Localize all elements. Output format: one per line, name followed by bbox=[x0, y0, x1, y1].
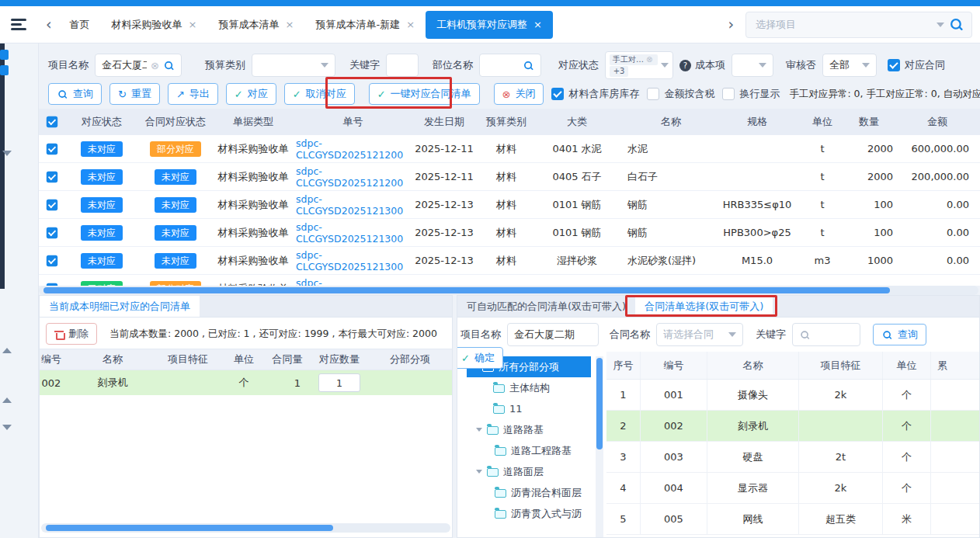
scrollbar-thumb[interactable] bbox=[46, 525, 333, 531]
tree-item[interactable]: 11 bbox=[467, 398, 591, 419]
row-checkbox[interactable] bbox=[47, 143, 57, 154]
cell-name: 刻录机 bbox=[707, 411, 799, 441]
doc-no-link[interactable]: sdpc-CLCGYSD2025121300 bbox=[294, 191, 410, 218]
tree-vscrollbar[interactable] bbox=[596, 356, 603, 537]
tab-budget-match-adjust[interactable]: 工料机预算对应调整× bbox=[426, 11, 553, 39]
confirm-button[interactable]: ✓确定 bbox=[457, 347, 503, 369]
amount-tax-checkbox[interactable] bbox=[647, 88, 659, 100]
search-icon[interactable] bbox=[950, 18, 963, 31]
clear-icon[interactable]: ⊗ bbox=[646, 56, 652, 64]
tree-item[interactable]: 主体结构 bbox=[467, 377, 591, 398]
matched-row[interactable]: 002 刻录机 个 1 1 bbox=[39, 370, 452, 395]
tree-item[interactable]: 沥青混合料面层 bbox=[467, 482, 591, 503]
query-button[interactable]: 查询 bbox=[48, 83, 102, 105]
chevron-down-icon[interactable] bbox=[2, 151, 12, 156]
contract-row-selected[interactable]: 2 002 刻录机 个 bbox=[606, 411, 979, 442]
chevron-up-icon[interactable] bbox=[2, 348, 12, 353]
close-button[interactable]: ⊗关闭 bbox=[494, 83, 544, 105]
status-more-tag[interactable]: +3 bbox=[610, 66, 628, 77]
chevron-up-icon[interactable] bbox=[2, 397, 12, 403]
contract-row[interactable]: 1 001 摄像头 2k 个 bbox=[606, 380, 979, 411]
tree-item[interactable]: 道路路基 bbox=[467, 419, 591, 440]
search-icon[interactable] bbox=[164, 61, 174, 71]
search-icon[interactable] bbox=[523, 61, 533, 71]
row-checkbox[interactable] bbox=[47, 255, 57, 266]
contract-row[interactable]: 5 005 网线 超五类 米 bbox=[606, 504, 979, 535]
tab-budget-cost-list[interactable]: 预算成本清单× bbox=[208, 11, 305, 39]
tab-matched-contract-list[interactable]: 当前成本明细已对应的合同清单 bbox=[40, 296, 200, 317]
one-key-match-button[interactable]: ✓一键对应合同清单 bbox=[369, 83, 480, 105]
delete-button[interactable]: 删除 bbox=[46, 323, 97, 345]
contract-row[interactable]: 4 004 显示器 2k 个 bbox=[606, 473, 979, 504]
keyword-label: 关键字 bbox=[756, 328, 786, 342]
export-button[interactable]: ↗导出 bbox=[168, 83, 218, 105]
tab-home[interactable]: 首页 bbox=[59, 11, 101, 39]
header-feature: 项目特征 bbox=[151, 349, 224, 370]
keyword-input[interactable] bbox=[386, 54, 419, 77]
close-icon[interactable]: × bbox=[286, 19, 294, 30]
header-contract-qty: 合同量 bbox=[263, 349, 311, 370]
match-contract-checkbox[interactable] bbox=[888, 59, 900, 71]
tree-item[interactable]: 沥青贯入式与沥 bbox=[467, 503, 591, 524]
folder-icon bbox=[493, 405, 505, 414]
sidebar-app-icon[interactable] bbox=[0, 65, 9, 75]
select-all-checkbox[interactable] bbox=[47, 116, 57, 127]
scrollbar-thumb[interactable] bbox=[596, 358, 603, 449]
match-button[interactable]: ✓对应 bbox=[226, 83, 276, 105]
project-name-input[interactable]: 金石大厦二期 ⊗ bbox=[95, 54, 182, 77]
project-name-input[interactable]: 金石大厦二期 bbox=[507, 323, 599, 346]
close-icon[interactable]: × bbox=[533, 19, 542, 30]
tab-label: 预算成本清单 bbox=[219, 18, 280, 32]
tree-item[interactable]: 道路工程路基 bbox=[467, 440, 591, 461]
row-checkbox[interactable] bbox=[47, 171, 57, 182]
tab-auto-match-list[interactable]: 可自动匹配的合同清单(双击可带入) bbox=[457, 296, 635, 317]
cancel-match-button[interactable]: ✓取消对应 bbox=[284, 83, 355, 105]
doc-no-link[interactable]: sdpc-CLCGYSD2025121300 bbox=[294, 247, 410, 274]
clear-icon[interactable]: ⊗ bbox=[151, 61, 159, 71]
contract-select[interactable]: 请选择合同 bbox=[656, 323, 743, 346]
match-qty-input[interactable]: 1 bbox=[318, 373, 360, 392]
table-row[interactable]: 未对应 未对应 材料采购验收单 sdpc-CLCGYSD2025121300 2… bbox=[39, 219, 980, 247]
keyword-input[interactable] bbox=[792, 323, 860, 346]
scrollbar-thumb[interactable] bbox=[43, 287, 890, 293]
help-icon[interactable]: ? bbox=[679, 60, 691, 71]
wrap-checkbox[interactable] bbox=[722, 88, 735, 100]
table-row[interactable]: 未对应 部分对应 材料采购验收单 sdpc-CLCGYSD2025121200 … bbox=[39, 135, 980, 163]
audit-select[interactable]: 全部 bbox=[822, 54, 877, 77]
chevron-down-icon[interactable] bbox=[2, 425, 12, 430]
material-stock-checkbox[interactable] bbox=[551, 88, 564, 100]
tabs-scroll-left-icon[interactable]: ‹ bbox=[46, 17, 52, 32]
doc-no-link[interactable]: sdpc-CLCGYSD2025121200 bbox=[294, 135, 410, 162]
tab-contract-list-select[interactable]: 合同清单选择(双击可带入) bbox=[635, 296, 773, 317]
cost-item-select[interactable] bbox=[732, 54, 773, 77]
doc-no-link[interactable]: sdpc-CLCGYSD2025121300 bbox=[294, 275, 410, 286]
row-checkbox[interactable] bbox=[47, 199, 57, 210]
reset-button[interactable]: ↻重置 bbox=[109, 83, 160, 105]
project-select[interactable]: 选择项目 bbox=[745, 12, 972, 38]
doc-no-link[interactable]: sdpc-CLCGYSD2025121300 bbox=[294, 219, 410, 246]
main-table-hscrollbar[interactable] bbox=[39, 286, 978, 295]
doc-no-link[interactable]: sdpc-CLCGYSD2025121200 bbox=[294, 163, 410, 190]
table-row[interactable]: 未对应 未对应 材料采购验收单 sdpc-CLCGYSD2025121200 2… bbox=[39, 163, 980, 191]
part-name-input[interactable] bbox=[479, 54, 541, 77]
contract-status-badge: 部分对应 bbox=[150, 141, 201, 157]
close-icon[interactable]: × bbox=[189, 19, 197, 30]
status-tag[interactable]: 手工对…⊗ bbox=[610, 54, 658, 65]
match-status-multiselect[interactable]: 手工对…⊗ +3 bbox=[605, 51, 673, 79]
cell-spec: M15.0 bbox=[714, 247, 800, 274]
tree-item[interactable]: 道路面层 bbox=[467, 461, 591, 482]
query-button[interactable]: 查询 bbox=[873, 324, 926, 345]
tab-material-receipt[interactable]: 材料采购验收单× bbox=[101, 11, 208, 39]
menu-icon[interactable] bbox=[11, 19, 26, 30]
contract-row[interactable]: 3 003 硬盘 2t 个 bbox=[606, 442, 979, 473]
table-row[interactable]: 未对应 未对应 材料采购验收单 sdpc-CLCGYSD2025121300 2… bbox=[39, 247, 980, 275]
tabs-scroll-right-icon[interactable]: › bbox=[728, 17, 734, 32]
matched-panel-hscrollbar[interactable] bbox=[41, 523, 450, 533]
table-row[interactable]: 已对应 部分对应 材料采购验收单 sdpc-CLCGYSD2025121300 bbox=[39, 275, 980, 286]
close-icon[interactable]: × bbox=[406, 19, 415, 30]
budget-category-select[interactable] bbox=[252, 54, 335, 77]
row-checkbox[interactable] bbox=[47, 227, 57, 238]
tab-budget-cost-new[interactable]: 预算成本清单-新建× bbox=[304, 11, 426, 39]
sidebar-app-icon[interactable] bbox=[0, 50, 9, 60]
table-row[interactable]: 未对应 未对应 材料采购验收单 sdpc-CLCGYSD2025121300 2… bbox=[39, 191, 980, 219]
